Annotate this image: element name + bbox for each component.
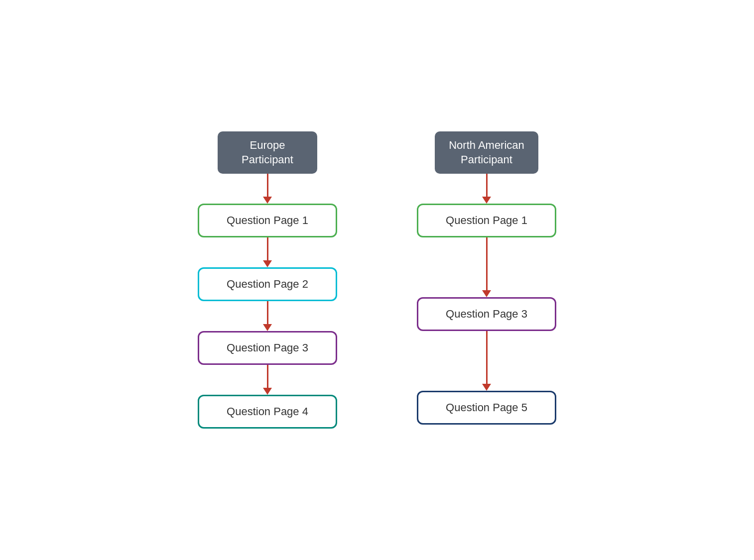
arrow-head <box>482 290 491 297</box>
arrow-na-0 <box>482 174 491 204</box>
na-page-3: Question Page 3 <box>417 297 556 331</box>
north-america-column: North AmericanParticipant Question Page … <box>417 131 556 425</box>
arrow-na-1 <box>482 237 491 297</box>
arrow-europe-0 <box>263 174 272 204</box>
europe-page-3: Question Page 3 <box>198 331 337 365</box>
diagram-container: EuropeParticipant Question Page 1 Questi… <box>178 112 576 448</box>
arrow-head <box>263 324 272 331</box>
europe-participant-badge: EuropeParticipant <box>218 131 317 174</box>
arrow-head <box>482 197 491 204</box>
arrow-head <box>263 260 272 267</box>
na-page-5: Question Page 5 <box>417 391 556 425</box>
europe-page-1: Question Page 1 <box>198 204 337 237</box>
arrow-head <box>263 388 272 395</box>
arrow-line <box>267 365 268 388</box>
arrow-line <box>267 174 268 197</box>
arrow-europe-1 <box>263 237 272 267</box>
arrow-europe-2 <box>263 301 272 331</box>
arrow-head <box>482 384 491 391</box>
north-america-participant-badge: North AmericanParticipant <box>435 131 538 174</box>
arrow-line <box>486 237 488 290</box>
na-page-1: Question Page 1 <box>417 204 556 237</box>
arrow-line <box>267 301 268 324</box>
arrow-line <box>486 331 488 384</box>
arrow-head <box>263 197 272 204</box>
arrow-line <box>486 174 488 197</box>
europe-page-4: Question Page 4 <box>198 395 337 429</box>
europe-page-2: Question Page 2 <box>198 267 337 301</box>
arrow-line <box>267 237 268 260</box>
arrow-na-2 <box>482 331 491 391</box>
arrow-europe-3 <box>263 365 272 395</box>
europe-column: EuropeParticipant Question Page 1 Questi… <box>198 131 337 429</box>
